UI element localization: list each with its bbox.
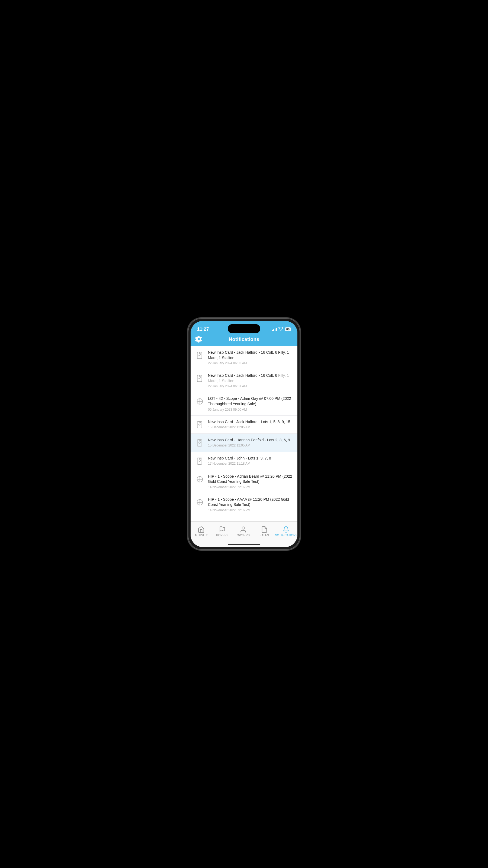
- status-icons: 85: [272, 327, 291, 332]
- list-item[interactable]: New Insp Card - John - Lots 1, 3, 7, 817…: [191, 452, 297, 470]
- battery-indicator: 85: [285, 328, 291, 331]
- home-indicator: [191, 542, 297, 547]
- home-bar: [228, 544, 260, 545]
- insp-card-icon: [195, 420, 205, 430]
- scope-icon: [195, 474, 205, 484]
- sales-icon: [261, 526, 268, 533]
- list-item[interactable]: LOT - 42 - Scope - Adam Gay @ 07:00 PM (…: [191, 392, 297, 415]
- notification-title: LOT - 42 - Scope - Adam Gay @ 07:00 PM (…: [208, 396, 293, 407]
- list-item[interactable]: HIP - 1 - Scope - AAAA @ 11:20 PM (2022 …: [191, 493, 297, 516]
- insp-card-icon: [195, 438, 205, 448]
- notification-title: New Insp Card - Hannah Penfold - Lots 2,…: [208, 437, 293, 443]
- svg-point-30: [242, 527, 245, 529]
- owners-icon: [240, 526, 247, 533]
- notification-date: 22 January 2024 06:01 AM: [208, 384, 293, 388]
- notification-title: HIP - 1 - Scope - AAAA @ 11:20 PM (2022 …: [208, 497, 293, 507]
- page-title: Notifications: [229, 337, 259, 342]
- notification-date: 15 December 2022 12:05 AM: [208, 425, 293, 429]
- list-item[interactable]: New Insp Card - Jack Halford - Lots 1, 5…: [191, 415, 297, 434]
- notification-date: 14 November 2022 09:16 PM: [208, 485, 293, 489]
- tab-notifications[interactable]: NOTIFICATIONS: [275, 524, 297, 537]
- horses-icon: [219, 526, 226, 533]
- notification-title: New Insp Card - Jack Halford - 16 Colt, …: [208, 350, 293, 361]
- tab-notifications-label: NOTIFICATIONS: [275, 534, 297, 537]
- notification-date: 22 January 2024 06:03 AM: [208, 361, 293, 365]
- tab-horses[interactable]: HORSES: [212, 524, 233, 537]
- tab-sales[interactable]: SALES: [254, 524, 275, 537]
- list-item[interactable]: New Insp Card - Jack Halford - 16 Colt, …: [191, 369, 297, 392]
- notification-title: New Insp Card - John - Lots 1, 3, 7, 8: [208, 456, 293, 461]
- status-time: 11:27: [197, 327, 209, 332]
- notifications-list[interactable]: New Insp Card - Jack Halford - 16 Colt, …: [191, 346, 297, 521]
- notification-date: 15 December 2022 12:05 AM: [208, 443, 293, 447]
- list-item[interactable]: HIP - 1 - Scope - Alastair Donald @ 11:2…: [191, 516, 297, 521]
- settings-button[interactable]: [195, 335, 202, 344]
- insp-card-icon: [195, 456, 205, 466]
- notification-title: New Insp Card - Jack Halford - 16 Colt, …: [208, 373, 293, 383]
- tab-horses-label: HORSES: [216, 534, 228, 537]
- dynamic-island: [228, 324, 260, 333]
- wifi-icon: [279, 327, 283, 332]
- activity-icon: [198, 526, 205, 533]
- gear-icon: [195, 335, 202, 343]
- list-item[interactable]: New Insp Card - Hannah Penfold - Lots 2,…: [191, 434, 297, 452]
- phone-device: 11:27 85: [187, 317, 301, 551]
- tab-activity-label: ACTIVITY: [194, 534, 208, 537]
- notification-date: 05 January 2023 09:00 AM: [208, 408, 293, 411]
- notification-title: HIP - 1 - Scope - Adrian Beard @ 11:20 P…: [208, 474, 293, 485]
- app-header: Notifications: [191, 335, 297, 346]
- notifications-icon: [283, 526, 290, 533]
- signal-icon: [272, 328, 277, 331]
- scope-icon: [195, 397, 205, 406]
- list-item[interactable]: New Insp Card - Jack Halford - 16 Colt, …: [191, 346, 297, 369]
- phone-screen: 11:27 85: [191, 321, 297, 547]
- tab-bar: ACTIVITY HORSES OWNERS: [191, 521, 297, 542]
- tab-sales-label: SALES: [260, 534, 269, 537]
- tab-activity[interactable]: ACTIVITY: [191, 524, 212, 537]
- notification-date: 14 November 2022 09:16 PM: [208, 508, 293, 512]
- tab-owners-label: OWNERS: [237, 534, 250, 537]
- list-item[interactable]: HIP - 1 - Scope - Adrian Beard @ 11:20 P…: [191, 470, 297, 493]
- notification-title: New Insp Card - Jack Halford - Lots 1, 5…: [208, 420, 293, 425]
- notification-date: 17 November 2022 11:18 AM: [208, 462, 293, 465]
- insp-card-icon: [195, 373, 205, 383]
- scope-icon: [195, 497, 205, 507]
- insp-card-icon: [195, 350, 205, 360]
- tab-owners[interactable]: OWNERS: [233, 524, 254, 537]
